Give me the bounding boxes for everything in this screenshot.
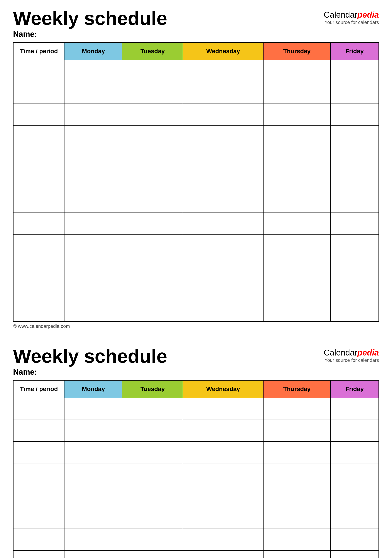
table-cell[interactable] (13, 125, 64, 147)
table-cell[interactable] (263, 550, 330, 558)
table-cell[interactable] (331, 60, 379, 82)
table-cell[interactable] (331, 212, 379, 234)
table-cell[interactable] (13, 507, 64, 529)
table-cell[interactable] (122, 529, 183, 550)
table-cell[interactable] (64, 191, 122, 212)
table-cell[interactable] (263, 104, 330, 125)
table-cell[interactable] (263, 191, 330, 212)
table-cell[interactable] (263, 60, 330, 82)
table-cell[interactable] (13, 169, 64, 191)
table-cell[interactable] (122, 278, 183, 300)
table-cell[interactable] (263, 234, 330, 256)
table-cell[interactable] (122, 82, 183, 104)
table-cell[interactable] (183, 463, 263, 485)
table-cell[interactable] (122, 300, 183, 322)
table-cell[interactable] (331, 125, 379, 147)
table-cell[interactable] (183, 419, 263, 441)
table-cell[interactable] (331, 278, 379, 300)
table-cell[interactable] (64, 441, 122, 463)
table-cell[interactable] (122, 441, 183, 463)
table-cell[interactable] (331, 550, 379, 558)
table-cell[interactable] (183, 529, 263, 550)
table-cell[interactable] (263, 256, 330, 278)
table-cell[interactable] (13, 278, 64, 300)
table-cell[interactable] (13, 550, 64, 558)
table-cell[interactable] (263, 169, 330, 191)
table-cell[interactable] (64, 234, 122, 256)
table-cell[interactable] (263, 419, 330, 441)
table-cell[interactable] (64, 169, 122, 191)
table-cell[interactable] (183, 60, 263, 82)
table-cell[interactable] (183, 125, 263, 147)
table-cell[interactable] (64, 463, 122, 485)
table-cell[interactable] (263, 82, 330, 104)
table-cell[interactable] (122, 398, 183, 419)
table-cell[interactable] (183, 256, 263, 278)
table-cell[interactable] (64, 300, 122, 322)
table-cell[interactable] (331, 104, 379, 125)
table-cell[interactable] (263, 278, 330, 300)
table-cell[interactable] (331, 529, 379, 550)
table-cell[interactable] (13, 104, 64, 125)
table-cell[interactable] (13, 485, 64, 507)
table-cell[interactable] (331, 191, 379, 212)
table-cell[interactable] (183, 441, 263, 463)
table-cell[interactable] (13, 191, 64, 212)
table-cell[interactable] (122, 104, 183, 125)
table-cell[interactable] (183, 191, 263, 212)
table-cell[interactable] (64, 507, 122, 529)
table-cell[interactable] (263, 485, 330, 507)
table-cell[interactable] (13, 60, 64, 82)
table-cell[interactable] (331, 419, 379, 441)
table-cell[interactable] (263, 463, 330, 485)
table-cell[interactable] (263, 212, 330, 234)
table-cell[interactable] (183, 147, 263, 169)
table-cell[interactable] (331, 463, 379, 485)
table-cell[interactable] (183, 485, 263, 507)
table-cell[interactable] (331, 485, 379, 507)
table-cell[interactable] (331, 398, 379, 419)
table-cell[interactable] (122, 169, 183, 191)
table-cell[interactable] (122, 485, 183, 507)
table-cell[interactable] (13, 419, 64, 441)
table-cell[interactable] (183, 104, 263, 125)
table-cell[interactable] (183, 398, 263, 419)
table-cell[interactable] (122, 147, 183, 169)
table-cell[interactable] (331, 507, 379, 529)
table-cell[interactable] (331, 300, 379, 322)
table-cell[interactable] (64, 256, 122, 278)
table-cell[interactable] (64, 82, 122, 104)
table-cell[interactable] (64, 60, 122, 82)
table-cell[interactable] (13, 529, 64, 550)
table-cell[interactable] (183, 278, 263, 300)
table-cell[interactable] (64, 147, 122, 169)
table-cell[interactable] (263, 441, 330, 463)
table-cell[interactable] (183, 169, 263, 191)
table-cell[interactable] (183, 82, 263, 104)
table-cell[interactable] (122, 212, 183, 234)
table-cell[interactable] (13, 398, 64, 419)
table-cell[interactable] (64, 419, 122, 441)
table-cell[interactable] (331, 441, 379, 463)
table-cell[interactable] (263, 529, 330, 550)
table-cell[interactable] (122, 463, 183, 485)
table-cell[interactable] (64, 398, 122, 419)
table-cell[interactable] (13, 441, 64, 463)
table-cell[interactable] (263, 125, 330, 147)
table-cell[interactable] (64, 278, 122, 300)
table-cell[interactable] (263, 507, 330, 529)
table-cell[interactable] (331, 256, 379, 278)
table-cell[interactable] (122, 234, 183, 256)
table-cell[interactable] (331, 147, 379, 169)
table-cell[interactable] (122, 191, 183, 212)
table-cell[interactable] (64, 529, 122, 550)
table-cell[interactable] (13, 234, 64, 256)
table-cell[interactable] (13, 300, 64, 322)
table-cell[interactable] (122, 60, 183, 82)
table-cell[interactable] (122, 419, 183, 441)
table-cell[interactable] (331, 234, 379, 256)
table-cell[interactable] (64, 212, 122, 234)
table-cell[interactable] (263, 147, 330, 169)
table-cell[interactable] (331, 82, 379, 104)
table-cell[interactable] (331, 169, 379, 191)
